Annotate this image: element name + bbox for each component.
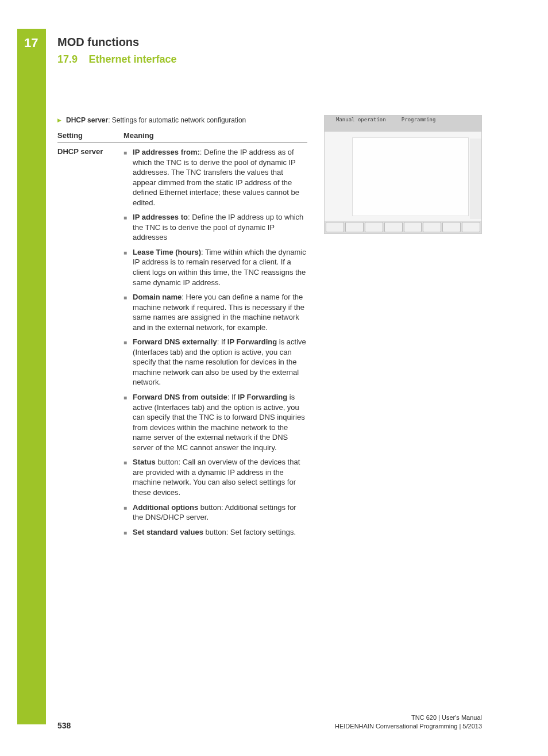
main-content: ▶ DHCP server: Settings for automatic ne… bbox=[57, 116, 307, 542]
page-footer: 538 TNC 620 | User's Manual HEIDENHAIN C… bbox=[57, 713, 482, 730]
footer-info: TNC 620 | User's Manual HEIDENHAIN Conve… bbox=[335, 713, 482, 730]
bullet-icon: ■ bbox=[124, 529, 127, 538]
mode-label-2: Programming bbox=[402, 117, 436, 122]
table-row: DHCP server ■ IP addresses from:: Define… bbox=[57, 147, 307, 542]
header-meaning: Meaning bbox=[124, 131, 154, 140]
screenshot-dialog bbox=[352, 137, 469, 216]
screenshot-tree bbox=[325, 139, 350, 190]
item-text: button: Set factory settings. bbox=[203, 528, 296, 536]
softkey bbox=[345, 222, 364, 232]
section-number: 17.9 bbox=[57, 53, 78, 65]
intro-text: : Settings for automatic network configu… bbox=[108, 116, 246, 124]
intro-line: ▶ DHCP server: Settings for automatic ne… bbox=[57, 116, 307, 124]
item-bold: Set standard values bbox=[133, 528, 203, 536]
softkey bbox=[384, 222, 403, 232]
softkey bbox=[423, 222, 441, 232]
screenshot-body bbox=[325, 132, 481, 233]
item-bold: IP addresses from: bbox=[133, 148, 200, 156]
list-item: ■ Domain name: Here you can define a nam… bbox=[124, 292, 307, 332]
bullet-icon: ■ bbox=[124, 339, 127, 387]
triangle-icon: ▶ bbox=[57, 117, 61, 123]
item-text: : If bbox=[217, 337, 227, 346]
footer-line1: TNC 620 | User's Manual bbox=[335, 713, 482, 722]
bullet-icon: ■ bbox=[124, 459, 127, 497]
list-item: ■ Set standard values button: Set factor… bbox=[124, 527, 307, 538]
list-item: ■ IP addresses from:: Define the IP addr… bbox=[124, 147, 307, 208]
intro-label: DHCP server bbox=[66, 116, 108, 124]
setting-label: DHCP server bbox=[57, 147, 124, 542]
softkey bbox=[326, 222, 344, 232]
softkey bbox=[462, 222, 480, 232]
item-text: button: Call an overview of the devices … bbox=[133, 458, 300, 497]
item-bold: Forward DNS from outside bbox=[133, 393, 227, 401]
item-bold: Lease Time (hours) bbox=[133, 248, 201, 256]
meaning-content: ■ IP addresses from:: Define the IP addr… bbox=[124, 147, 307, 542]
bullet-icon: ■ bbox=[124, 249, 127, 287]
chapter-number: 17 bbox=[24, 36, 38, 51]
list-item: ■ Lease Time (hours): Time within which … bbox=[124, 247, 307, 287]
list-item: ■ Additional options button: Additional … bbox=[124, 502, 307, 523]
screenshot-header: Manual operation Programming bbox=[325, 116, 481, 132]
software-screenshot: Manual operation Programming bbox=[324, 115, 482, 234]
header-setting: Setting bbox=[57, 131, 124, 140]
item-bold: IP addresses to bbox=[133, 213, 188, 221]
list-item: ■ Forward DNS externally: If IP Forwardi… bbox=[124, 337, 307, 387]
bullet-icon: ■ bbox=[124, 394, 127, 452]
softkey bbox=[404, 222, 422, 232]
mode-label-1: Manual operation bbox=[336, 117, 386, 122]
list-item: ■ Status button: Call an overview of the… bbox=[124, 457, 307, 497]
list-item: ■ IP addresses to: Define the IP address… bbox=[124, 212, 307, 243]
item-text: : Define the IP address as of which the … bbox=[133, 148, 299, 207]
bullet-icon: ■ bbox=[124, 504, 127, 523]
footer-line2: HEIDENHAIN Conversational Programming | … bbox=[335, 722, 482, 730]
list-item: ■ Forward DNS from outside: If IP Forwar… bbox=[124, 392, 307, 452]
item-bold: Status bbox=[133, 458, 156, 466]
softkey bbox=[442, 222, 461, 232]
item-bold2: IP Forwarding bbox=[227, 337, 277, 346]
item-bold: Domain name bbox=[133, 293, 182, 301]
item-text: : If bbox=[227, 393, 238, 401]
screenshot-softkeys bbox=[325, 221, 481, 233]
item-bold: Additional options bbox=[133, 503, 198, 512]
section-title: Ethernet interface bbox=[89, 53, 177, 65]
page-header: MOD functions 17.9 Ethernet interface bbox=[57, 36, 177, 66]
page-number: 538 bbox=[57, 721, 71, 730]
chapter-sidebar bbox=[17, 29, 46, 724]
bullet-icon: ■ bbox=[124, 294, 127, 332]
softkey bbox=[365, 222, 383, 232]
item-text: is active (Interfaces tab) and the optio… bbox=[133, 393, 305, 452]
table-header: Setting Meaning bbox=[57, 131, 307, 143]
screenshot-right-bar bbox=[470, 139, 481, 219]
item-bold: Forward DNS externally bbox=[133, 337, 217, 346]
item-bold2: IP Forwarding bbox=[238, 393, 287, 401]
bullet-icon: ■ bbox=[124, 214, 127, 243]
chapter-title: MOD functions bbox=[57, 36, 177, 49]
bullet-icon: ■ bbox=[124, 149, 127, 208]
